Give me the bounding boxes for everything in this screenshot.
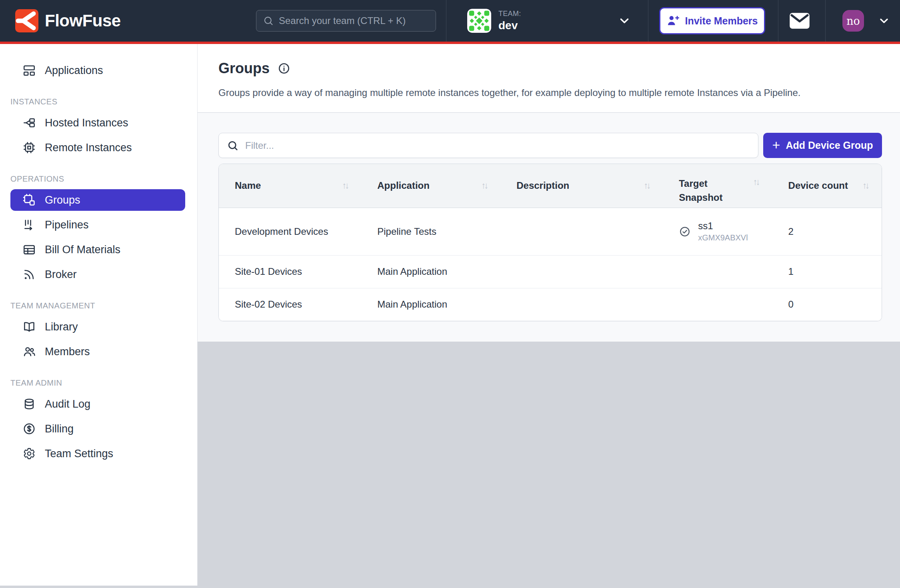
chevron-down-icon: [618, 14, 631, 28]
column-header-target-snapshot[interactable]: Target Snapshot↑↓: [663, 164, 772, 208]
navbar-divider: [648, 0, 648, 42]
team-settings-icon: [22, 447, 36, 460]
sidebar-item-label: Remote Instances: [45, 142, 132, 154]
groups-toolbar: + Add Device Group: [218, 133, 882, 158]
team-selector[interactable]: TEAM: dev: [456, 0, 648, 42]
sidebar-item-label: Applications: [45, 64, 103, 77]
broker-icon: [22, 268, 36, 281]
flowfuse-logo[interactable]: FlowFuse: [15, 9, 121, 32]
cell-application: Main Application: [361, 255, 500, 288]
table-row[interactable]: Site-02 Devices Main Application 0: [219, 288, 882, 321]
column-header-name[interactable]: Name↑↓: [219, 164, 361, 208]
sort-icon[interactable]: ↑↓: [753, 177, 759, 187]
applications-icon: [22, 64, 36, 77]
top-navbar: FlowFuse: [0, 0, 900, 44]
team-meta: TEAM: dev: [498, 10, 610, 32]
sort-icon[interactable]: ↑↓: [481, 180, 487, 191]
user-avatar: no: [842, 10, 864, 32]
search-icon: [227, 140, 239, 152]
team-label: TEAM:: [498, 10, 610, 18]
sidebar-item-label: Library: [45, 321, 78, 333]
page-description: Groups provide a way of managing multipl…: [218, 87, 900, 98]
invite-members-button[interactable]: Invite Members: [659, 7, 765, 34]
page-title: Groups: [218, 60, 270, 77]
plus-icon: +: [772, 138, 780, 152]
navbar-divider: [446, 0, 446, 42]
search-icon: [263, 15, 274, 26]
sidebar-item-label: Team Settings: [45, 448, 113, 460]
sidebar-item-applications[interactable]: Applications: [10, 60, 185, 81]
sidebar-item-members[interactable]: Members: [10, 341, 185, 362]
navbar-divider: [825, 0, 826, 42]
navbar-divider: [778, 0, 778, 42]
groups-table-card: Name↑↓ Application↑↓ Description↑↓ Targe…: [218, 164, 882, 321]
cell-device-count: 0: [772, 288, 882, 321]
filter-input[interactable]: [245, 140, 750, 151]
info-icon[interactable]: [278, 62, 290, 75]
sidebar-item-label: Members: [45, 346, 90, 358]
logo-text: FlowFuse: [45, 11, 121, 30]
sort-icon[interactable]: ↑↓: [644, 180, 649, 191]
cell-name: Development Devices: [219, 208, 361, 255]
members-icon: [22, 345, 36, 358]
page-header: Groups Groups provide a way of managing …: [198, 44, 900, 113]
cell-device-count: 1: [772, 255, 882, 288]
cell-target-snapshot: ss1 xGMX9ABXVl: [663, 208, 772, 255]
main-content: Groups Groups provide a way of managing …: [198, 44, 900, 586]
sidebar-item-billing[interactable]: Billing: [10, 418, 185, 440]
cell-application: Main Application: [361, 288, 500, 321]
pipelines-icon: [22, 218, 36, 232]
sidebar-item-label: Hosted Instances: [45, 117, 128, 129]
notifications-button[interactable]: [789, 12, 813, 30]
sidebar-item-label: Broker: [45, 268, 77, 281]
envelope-icon: [789, 12, 810, 30]
team-name: dev: [498, 19, 610, 32]
cell-description: [500, 208, 663, 255]
sidebar-item-bill-of-materials[interactable]: Bill Of Materials: [10, 239, 185, 260]
sort-icon[interactable]: ↑↓: [342, 180, 348, 191]
cell-description: [500, 288, 663, 321]
table-row[interactable]: Site-01 Devices Main Application 1: [219, 255, 882, 288]
column-header-device-count[interactable]: Device count↑↓: [772, 164, 882, 208]
user-add-icon: [666, 14, 680, 28]
flowfuse-logo-icon: [15, 9, 38, 32]
bill-of-materials-icon: [22, 243, 36, 256]
table-row[interactable]: Development Devices Pipeline Tests: [219, 208, 882, 255]
sidebar: Applications INSTANCES Hosted Instances …: [0, 44, 198, 586]
sidebar-section-team-management: TEAM MANAGEMENT: [10, 301, 197, 310]
sort-icon[interactable]: ↑↓: [862, 180, 868, 191]
sidebar-item-library[interactable]: Library: [10, 316, 185, 338]
invite-members-label: Invite Members: [685, 15, 758, 27]
hosted-instances-icon: [22, 116, 36, 130]
sidebar-section-team-admin: TEAM ADMIN: [10, 378, 197, 388]
sidebar-item-groups[interactable]: Groups: [10, 189, 185, 211]
filter-box: [218, 133, 758, 158]
sidebar-item-remote-instances[interactable]: Remote Instances: [10, 137, 185, 158]
cell-application: Pipeline Tests: [361, 208, 500, 255]
library-icon: [22, 320, 36, 334]
sidebar-item-label: Pipelines: [45, 219, 89, 231]
user-menu[interactable]: no: [842, 0, 890, 42]
sidebar-item-broker[interactable]: Broker: [10, 264, 185, 285]
column-header-application[interactable]: Application↑↓: [361, 164, 500, 208]
groups-table: Name↑↓ Application↑↓ Description↑↓ Targe…: [219, 164, 882, 321]
snapshot-name: ss1: [698, 220, 748, 232]
team-search-box: [256, 10, 436, 32]
sidebar-item-label: Audit Log: [45, 398, 90, 410]
cell-device-count: 2: [772, 208, 882, 255]
sidebar-item-pipelines[interactable]: Pipelines: [10, 214, 185, 236]
device-group-icon: [22, 193, 36, 207]
column-header-description[interactable]: Description↑↓: [500, 164, 663, 208]
sidebar-section-instances: INSTANCES: [10, 97, 197, 106]
audit-log-icon: [22, 397, 36, 411]
sidebar-item-label: Bill Of Materials: [45, 244, 120, 256]
sidebar-item-hosted-instances[interactable]: Hosted Instances: [10, 112, 185, 134]
sidebar-item-audit-log[interactable]: Audit Log: [10, 393, 185, 415]
sidebar-section-operations: OPERATIONS: [10, 174, 197, 184]
groups-panel: + Add Device Group Name↑↓: [198, 113, 900, 342]
check-circle-icon: [679, 226, 691, 238]
sidebar-item-team-settings[interactable]: Team Settings: [10, 443, 185, 464]
add-device-group-button[interactable]: + Add Device Group: [763, 133, 882, 158]
cell-name: Site-01 Devices: [219, 255, 361, 288]
team-search-input[interactable]: [279, 15, 429, 26]
